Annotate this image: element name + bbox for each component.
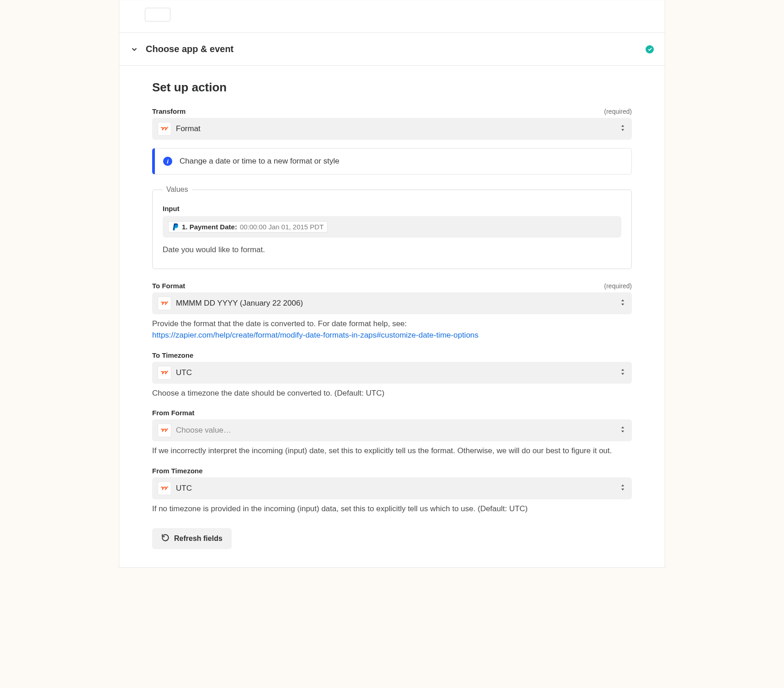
to-timezone-label: To Timezone — [152, 351, 193, 359]
pill-value: 00:00:00 Jan 01, 2015 PDT — [240, 223, 323, 231]
chevron-down-icon — [130, 45, 138, 53]
sort-arrows-icon — [620, 484, 625, 493]
formatter-app-icon — [158, 296, 171, 310]
formatter-app-icon — [158, 482, 171, 495]
to-timezone-select[interactable]: UTC — [152, 362, 632, 384]
from-timezone-label: From Timezone — [152, 467, 203, 475]
sort-arrows-icon — [620, 426, 625, 435]
from-timezone-helper: If no timezone is provided in the incomi… — [152, 503, 632, 515]
info-text: Change a date or time to a new format or… — [180, 157, 339, 166]
info-icon: i — [163, 157, 172, 166]
formatter-app-icon — [158, 122, 171, 136]
check-circle-icon — [646, 45, 654, 53]
collapsed-field[interactable] — [145, 8, 170, 21]
to-format-helper: Provide the format that the date is conv… — [152, 318, 632, 341]
setup-action-section: Set up action Transform (required) Forma… — [119, 66, 665, 567]
sort-arrows-icon — [620, 299, 625, 308]
top-section — [119, 0, 665, 33]
pill-prefix: 1. Payment Date: — [182, 223, 237, 231]
section-title: Choose app & event — [146, 44, 233, 54]
transform-select[interactable]: Format — [152, 118, 632, 140]
to-format-helper-text: Provide the format that the date is conv… — [152, 319, 407, 328]
to-format-select[interactable]: MMMM DD YYYY (January 22 2006) — [152, 292, 632, 314]
input-field[interactable]: 1. Payment Date: 00:00:00 Jan 01, 2015 P… — [163, 216, 621, 238]
section-header[interactable]: Choose app & event — [119, 33, 665, 66]
sort-arrows-icon — [620, 368, 625, 377]
refresh-icon — [161, 534, 170, 544]
refresh-fields-label: Refresh fields — [174, 535, 222, 543]
transform-required: (required) — [604, 108, 632, 115]
to-format-value: MMMM DD YYYY (January 22 2006) — [176, 299, 303, 308]
editor-panel: Choose app & event Set up action Transfo… — [119, 0, 665, 568]
refresh-fields-button[interactable]: Refresh fields — [152, 528, 232, 549]
values-legend: Values — [163, 185, 192, 194]
from-timezone-value: UTC — [176, 484, 192, 493]
to-timezone-value: UTC — [176, 368, 192, 377]
input-pill[interactable]: 1. Payment Date: 00:00:00 Jan 01, 2015 P… — [168, 221, 328, 233]
input-label: Input — [163, 205, 621, 212]
transform-value: Format — [176, 124, 201, 133]
setup-heading: Set up action — [152, 80, 632, 95]
to-timezone-helper: Choose a timezone the date should be con… — [152, 387, 632, 399]
from-format-placeholder: Choose value… — [176, 426, 231, 435]
to-format-helper-link[interactable]: https://zapier.com/help/create/format/mo… — [152, 331, 478, 339]
values-fieldset: Values Input 1. Payment Date: 00:00:00 J… — [152, 185, 632, 269]
formatter-app-icon — [158, 423, 171, 437]
to-format-required: (required) — [604, 282, 632, 290]
from-format-helper: If we incorrectly interpret the incoming… — [152, 445, 632, 457]
to-format-label: To Format — [152, 282, 185, 290]
formatter-app-icon — [158, 366, 171, 380]
from-format-select[interactable]: Choose value… — [152, 419, 632, 441]
sort-arrows-icon — [620, 124, 625, 133]
from-timezone-select[interactable]: UTC — [152, 477, 632, 499]
paypal-icon — [172, 223, 179, 231]
transform-label: Transform — [152, 107, 185, 115]
input-helper: Date you would like to format. — [163, 244, 621, 256]
from-format-label: From Format — [152, 409, 195, 417]
info-callout: i Change a date or time to a new format … — [152, 148, 632, 175]
